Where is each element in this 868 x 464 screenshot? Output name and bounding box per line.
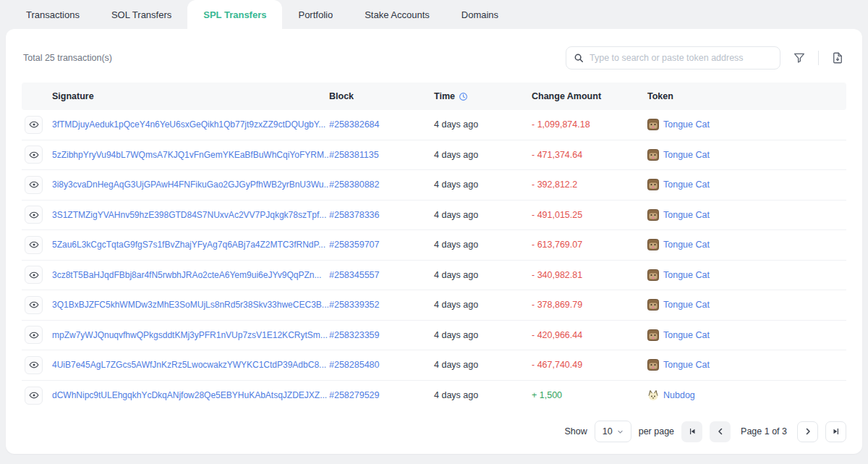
block-link[interactable]: #258345557 <box>329 270 380 280</box>
table-row: mpZw7yWJQnuqvfhwQPkgsddtKMj3yPFR1nVUp7zs… <box>22 321 846 351</box>
export-file-icon <box>831 51 844 64</box>
block-link[interactable]: #258381135 <box>329 150 379 160</box>
signature-link[interactable]: 5zZibhpYryVu94bL7WQmsA7KJQ1vFnGemYKEaBfB… <box>52 150 329 160</box>
next-page-button[interactable] <box>797 421 818 442</box>
token-link[interactable]: Tongue Cat <box>663 360 710 370</box>
search-icon <box>574 53 584 63</box>
col-signature: Signature <box>52 91 329 101</box>
signature-link[interactable]: 3i8y3cvaDnHegAqG3UjGPAwH4FNFikuGao2GJGyP… <box>52 180 329 190</box>
time-value: 4 days ago <box>434 240 532 250</box>
block-link[interactable]: #258323359 <box>329 330 380 340</box>
previous-page-button[interactable] <box>710 421 731 442</box>
token-link[interactable]: Tongue Cat <box>663 150 710 160</box>
token-link[interactable]: Nubdog <box>663 390 695 400</box>
chevron-left-icon <box>716 427 725 436</box>
eye-icon <box>29 180 39 190</box>
signature-link[interactable]: 3Q1BxBJZFC5khWMDw3zMhE3SoMUjLs8nRd5r38Sk… <box>52 300 329 310</box>
table-row: 3S1ZTMZigYVAHnv59hzE398GTD84S7NUxvAc2VV7… <box>22 201 846 231</box>
change-amount: - 491,015.25 <box>532 210 647 220</box>
block-link[interactable]: #258279529 <box>329 390 380 400</box>
export-button[interactable] <box>829 49 846 67</box>
preview-transaction-button[interactable] <box>25 296 43 314</box>
preview-transaction-button[interactable] <box>25 236 43 254</box>
tongue-cat-token-icon <box>647 269 659 281</box>
token-link[interactable]: Tongue Cat <box>663 270 710 280</box>
block-link[interactable]: #258359707 <box>329 240 380 250</box>
table-row: 3fTMDjuyAeduk1pQceY4n6YeU6sxGeQikh1Qb77j… <box>22 110 846 140</box>
first-page-button[interactable] <box>681 421 702 442</box>
tab-transactions[interactable]: Transactions <box>10 0 95 29</box>
preview-transaction-button[interactable] <box>25 176 43 194</box>
time-clock-icon[interactable] <box>459 92 468 101</box>
search-input[interactable] <box>590 53 773 63</box>
token-link[interactable]: Tongue Cat <box>663 180 710 190</box>
time-value: 4 days ago <box>434 390 532 400</box>
change-amount: - 471,374.64 <box>532 150 647 160</box>
tongue-cat-token-icon <box>647 149 659 161</box>
token-link[interactable]: Tongue Cat <box>663 330 710 340</box>
time-value: 4 days ago <box>434 360 532 370</box>
block-link[interactable]: #258382684 <box>329 119 380 130</box>
table-row: 3i8y3cvaDnHegAqG3UjGPAwH4FNFikuGao2GJGyP… <box>22 170 846 201</box>
table-body: 3fTMDjuyAeduk1pQceY4n6YeU6sxGeQikh1Qb77j… <box>22 110 846 410</box>
signature-link[interactable]: 3cz8tT5BaHJqdFBbj8ar4fN5rwbhJRAo2cteA6Ye… <box>52 270 321 280</box>
time-value: 4 days ago <box>434 270 532 280</box>
signature-link[interactable]: mpZw7yWJQnuqvfhwQPkgsddtKMj3yPFR1nVUp7zs… <box>52 330 328 340</box>
spl-transfers-panel: Total 25 transaction(s) <box>6 29 862 454</box>
table-header: Signature Block Time Change Amount Token <box>22 83 846 110</box>
block-link[interactable]: #258285480 <box>329 360 380 370</box>
preview-transaction-button[interactable] <box>25 266 43 284</box>
change-amount: - 613,769.07 <box>532 240 647 250</box>
block-link[interactable]: #258380882 <box>329 180 380 190</box>
last-page-button[interactable] <box>825 421 846 442</box>
signature-link[interactable]: 3fTMDjuyAeduk1pQceY4n6YeU6sxGeQikh1Qb77j… <box>52 119 326 130</box>
tab-sol-transfers[interactable]: SOL Transfers <box>95 0 187 29</box>
signature-link[interactable]: 3S1ZTMZigYVAHnv59hzE398GTD84S7NUxvAc2VV7… <box>52 210 326 220</box>
table-row: 5Zau6L3kCgcTqtaG9fgS7s1fBvZhajYFyAg7q6AB… <box>22 230 846 261</box>
eye-icon <box>29 390 39 400</box>
tongue-cat-token-icon <box>647 119 659 130</box>
eye-icon <box>29 150 39 160</box>
preview-transaction-button[interactable] <box>25 356 43 374</box>
panel-toolbar: Total 25 transaction(s) <box>6 29 862 83</box>
filter-funnel-icon <box>793 51 806 64</box>
token-link[interactable]: Tongue Cat <box>663 240 710 250</box>
col-time[interactable]: Time <box>434 91 532 101</box>
total-transactions-text: Total 25 transaction(s) <box>23 53 112 63</box>
eye-icon <box>29 300 39 310</box>
change-amount: - 392,812.2 <box>532 180 647 190</box>
block-link[interactable]: #258378336 <box>329 210 380 220</box>
preview-transaction-button[interactable] <box>25 116 43 134</box>
token-link[interactable]: Tongue Cat <box>663 300 710 310</box>
signature-link[interactable]: dCWhNipc9tULEhgqkhYcDkqANjfow28Qe5EBYHuK… <box>52 390 327 400</box>
preview-transaction-button[interactable] <box>25 206 43 224</box>
signature-link[interactable]: 5Zau6L3kCgcTqtaG9fgS7s1fBvZhajYFyAg7q6AB… <box>52 240 326 250</box>
tab-stake-accounts[interactable]: Stake Accounts <box>349 0 446 29</box>
tab-spl-transfers[interactable]: SPL Transfers <box>187 0 282 29</box>
time-value: 4 days ago <box>434 119 532 130</box>
block-link[interactable]: #258339352 <box>329 300 380 310</box>
token-link[interactable]: Tongue Cat <box>663 119 710 130</box>
tab-portfolio[interactable]: Portfolio <box>282 0 349 29</box>
preview-transaction-button[interactable] <box>25 387 43 405</box>
eye-icon <box>29 330 39 340</box>
change-amount: - 1,099,874.18 <box>532 119 647 130</box>
time-value: 4 days ago <box>434 210 532 220</box>
table-row: 4UiB7e45AgL7ZGcs5AWfJnKzRz5LwocwakzYWYKC… <box>22 350 846 381</box>
filter-button[interactable] <box>791 49 808 67</box>
show-label: Show <box>565 426 587 436</box>
token-link[interactable]: Tongue Cat <box>663 210 710 220</box>
time-value: 4 days ago <box>434 180 532 190</box>
time-value: 4 days ago <box>434 300 532 310</box>
page-indicator: Page 1 of 3 <box>741 426 787 436</box>
eye-icon <box>29 270 39 280</box>
preview-transaction-button[interactable] <box>25 145 43 164</box>
first-page-icon <box>688 427 697 436</box>
preview-transaction-button[interactable] <box>25 326 43 344</box>
page-size-select[interactable]: 10 <box>595 421 631 442</box>
signature-link[interactable]: 4UiB7e45AgL7ZGcs5AWfJnKzRz5LwocwakzYWYKC… <box>52 360 326 370</box>
change-amount: - 340,982.81 <box>532 270 647 280</box>
token-search-box <box>566 46 780 69</box>
tab-domains[interactable]: Domains <box>446 0 514 29</box>
tongue-cat-token-icon <box>647 209 659 221</box>
